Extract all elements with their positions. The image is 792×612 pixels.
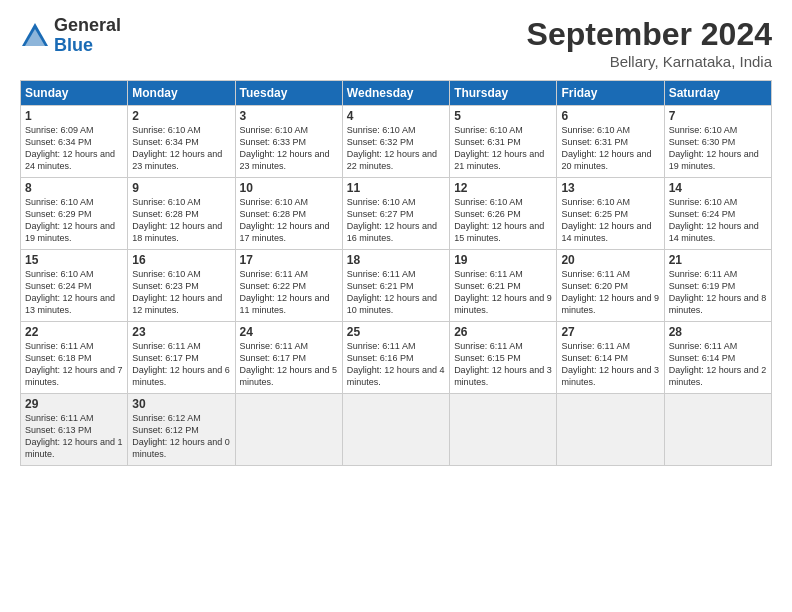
cell-info: Sunrise: 6:10 AMSunset: 6:29 PMDaylight:… xyxy=(25,196,123,245)
table-row: 26Sunrise: 6:11 AMSunset: 6:15 PMDayligh… xyxy=(450,322,557,394)
table-row: 10Sunrise: 6:10 AMSunset: 6:28 PMDayligh… xyxy=(235,178,342,250)
day-number: 14 xyxy=(669,181,767,195)
day-number: 10 xyxy=(240,181,338,195)
table-row: 9Sunrise: 6:10 AMSunset: 6:28 PMDaylight… xyxy=(128,178,235,250)
day-number: 2 xyxy=(132,109,230,123)
cell-info: Sunrise: 6:10 AMSunset: 6:31 PMDaylight:… xyxy=(454,124,552,173)
table-row: 6Sunrise: 6:10 AMSunset: 6:31 PMDaylight… xyxy=(557,106,664,178)
calendar-table: Sunday Monday Tuesday Wednesday Thursday… xyxy=(20,80,772,466)
col-sunday: Sunday xyxy=(21,81,128,106)
table-row: 18Sunrise: 6:11 AMSunset: 6:21 PMDayligh… xyxy=(342,250,449,322)
cell-info: Sunrise: 6:10 AMSunset: 6:23 PMDaylight:… xyxy=(132,268,230,317)
cell-info: Sunrise: 6:12 AMSunset: 6:12 PMDaylight:… xyxy=(132,412,230,461)
day-number: 23 xyxy=(132,325,230,339)
cell-info: Sunrise: 6:10 AMSunset: 6:24 PMDaylight:… xyxy=(25,268,123,317)
day-number: 4 xyxy=(347,109,445,123)
cell-info: Sunrise: 6:11 AMSunset: 6:14 PMDaylight:… xyxy=(669,340,767,389)
day-number: 21 xyxy=(669,253,767,267)
page-header: General Blue September 2024 Bellary, Kar… xyxy=(20,16,772,70)
table-row: 15Sunrise: 6:10 AMSunset: 6:24 PMDayligh… xyxy=(21,250,128,322)
cell-info: Sunrise: 6:09 AMSunset: 6:34 PMDaylight:… xyxy=(25,124,123,173)
cell-info: Sunrise: 6:10 AMSunset: 6:24 PMDaylight:… xyxy=(669,196,767,245)
table-row xyxy=(235,394,342,466)
day-number: 8 xyxy=(25,181,123,195)
cell-info: Sunrise: 6:10 AMSunset: 6:26 PMDaylight:… xyxy=(454,196,552,245)
table-row: 2Sunrise: 6:10 AMSunset: 6:34 PMDaylight… xyxy=(128,106,235,178)
table-row: 27Sunrise: 6:11 AMSunset: 6:14 PMDayligh… xyxy=(557,322,664,394)
day-number: 26 xyxy=(454,325,552,339)
day-number: 19 xyxy=(454,253,552,267)
day-number: 16 xyxy=(132,253,230,267)
day-number: 24 xyxy=(240,325,338,339)
table-row xyxy=(557,394,664,466)
table-row: 20Sunrise: 6:11 AMSunset: 6:20 PMDayligh… xyxy=(557,250,664,322)
logo-text: General Blue xyxy=(54,16,121,56)
col-monday: Monday xyxy=(128,81,235,106)
logo-blue: Blue xyxy=(54,36,121,56)
table-row: 30Sunrise: 6:12 AMSunset: 6:12 PMDayligh… xyxy=(128,394,235,466)
day-number: 13 xyxy=(561,181,659,195)
table-row: 3Sunrise: 6:10 AMSunset: 6:33 PMDaylight… xyxy=(235,106,342,178)
table-row: 17Sunrise: 6:11 AMSunset: 6:22 PMDayligh… xyxy=(235,250,342,322)
cell-info: Sunrise: 6:10 AMSunset: 6:28 PMDaylight:… xyxy=(132,196,230,245)
table-row: 28Sunrise: 6:11 AMSunset: 6:14 PMDayligh… xyxy=(664,322,771,394)
table-row: 25Sunrise: 6:11 AMSunset: 6:16 PMDayligh… xyxy=(342,322,449,394)
table-row: 16Sunrise: 6:10 AMSunset: 6:23 PMDayligh… xyxy=(128,250,235,322)
col-tuesday: Tuesday xyxy=(235,81,342,106)
day-number: 25 xyxy=(347,325,445,339)
cell-info: Sunrise: 6:10 AMSunset: 6:31 PMDaylight:… xyxy=(561,124,659,173)
day-number: 15 xyxy=(25,253,123,267)
day-number: 5 xyxy=(454,109,552,123)
table-row: 14Sunrise: 6:10 AMSunset: 6:24 PMDayligh… xyxy=(664,178,771,250)
day-number: 3 xyxy=(240,109,338,123)
table-row xyxy=(342,394,449,466)
day-number: 11 xyxy=(347,181,445,195)
table-row: 13Sunrise: 6:10 AMSunset: 6:25 PMDayligh… xyxy=(557,178,664,250)
col-saturday: Saturday xyxy=(664,81,771,106)
logo-icon xyxy=(20,21,50,51)
table-row: 23Sunrise: 6:11 AMSunset: 6:17 PMDayligh… xyxy=(128,322,235,394)
table-row: 21Sunrise: 6:11 AMSunset: 6:19 PMDayligh… xyxy=(664,250,771,322)
cell-info: Sunrise: 6:10 AMSunset: 6:34 PMDaylight:… xyxy=(132,124,230,173)
cell-info: Sunrise: 6:11 AMSunset: 6:15 PMDaylight:… xyxy=(454,340,552,389)
cell-info: Sunrise: 6:11 AMSunset: 6:14 PMDaylight:… xyxy=(561,340,659,389)
day-number: 6 xyxy=(561,109,659,123)
cell-info: Sunrise: 6:10 AMSunset: 6:25 PMDaylight:… xyxy=(561,196,659,245)
day-number: 1 xyxy=(25,109,123,123)
table-row: 12Sunrise: 6:10 AMSunset: 6:26 PMDayligh… xyxy=(450,178,557,250)
cell-info: Sunrise: 6:11 AMSunset: 6:22 PMDaylight:… xyxy=(240,268,338,317)
cell-info: Sunrise: 6:11 AMSunset: 6:19 PMDaylight:… xyxy=(669,268,767,317)
table-row: 8Sunrise: 6:10 AMSunset: 6:29 PMDaylight… xyxy=(21,178,128,250)
cell-info: Sunrise: 6:11 AMSunset: 6:16 PMDaylight:… xyxy=(347,340,445,389)
cell-info: Sunrise: 6:10 AMSunset: 6:30 PMDaylight:… xyxy=(669,124,767,173)
col-friday: Friday xyxy=(557,81,664,106)
cell-info: Sunrise: 6:11 AMSunset: 6:17 PMDaylight:… xyxy=(240,340,338,389)
table-row: 29Sunrise: 6:11 AMSunset: 6:13 PMDayligh… xyxy=(21,394,128,466)
cell-info: Sunrise: 6:11 AMSunset: 6:20 PMDaylight:… xyxy=(561,268,659,317)
day-number: 12 xyxy=(454,181,552,195)
table-row: 4Sunrise: 6:10 AMSunset: 6:32 PMDaylight… xyxy=(342,106,449,178)
day-number: 28 xyxy=(669,325,767,339)
col-wednesday: Wednesday xyxy=(342,81,449,106)
logo: General Blue xyxy=(20,16,121,56)
day-number: 18 xyxy=(347,253,445,267)
table-row: 7Sunrise: 6:10 AMSunset: 6:30 PMDaylight… xyxy=(664,106,771,178)
cell-info: Sunrise: 6:10 AMSunset: 6:27 PMDaylight:… xyxy=(347,196,445,245)
cell-info: Sunrise: 6:10 AMSunset: 6:33 PMDaylight:… xyxy=(240,124,338,173)
location: Bellary, Karnataka, India xyxy=(527,53,772,70)
cell-info: Sunrise: 6:11 AMSunset: 6:21 PMDaylight:… xyxy=(454,268,552,317)
table-row: 5Sunrise: 6:10 AMSunset: 6:31 PMDaylight… xyxy=(450,106,557,178)
day-number: 27 xyxy=(561,325,659,339)
table-row xyxy=(664,394,771,466)
day-number: 9 xyxy=(132,181,230,195)
table-row xyxy=(450,394,557,466)
month-title: September 2024 xyxy=(527,16,772,53)
title-area: September 2024 Bellary, Karnataka, India xyxy=(527,16,772,70)
cell-info: Sunrise: 6:10 AMSunset: 6:32 PMDaylight:… xyxy=(347,124,445,173)
col-thursday: Thursday xyxy=(450,81,557,106)
cell-info: Sunrise: 6:11 AMSunset: 6:13 PMDaylight:… xyxy=(25,412,123,461)
day-number: 20 xyxy=(561,253,659,267)
day-number: 22 xyxy=(25,325,123,339)
cell-info: Sunrise: 6:11 AMSunset: 6:17 PMDaylight:… xyxy=(132,340,230,389)
day-number: 30 xyxy=(132,397,230,411)
